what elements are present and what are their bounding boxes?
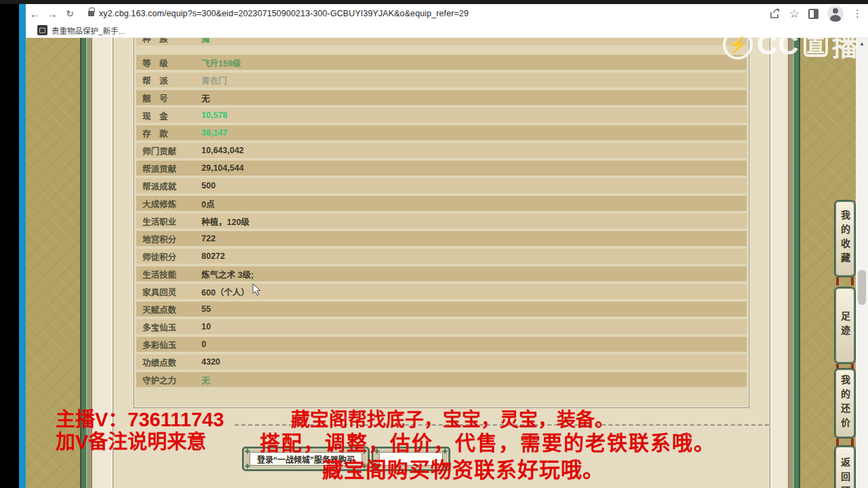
attr-value: 青衣门 bbox=[201, 74, 227, 87]
attr-label: 师徒积分 bbox=[142, 250, 198, 263]
attr-label: 大成修炼 bbox=[142, 197, 198, 210]
browser-menu-icon[interactable]: ⋮ bbox=[852, 7, 863, 20]
sidebar-tab-counteroffers[interactable]: 我的还价 bbox=[835, 369, 855, 438]
attr-label: 生活职业 bbox=[142, 215, 198, 228]
attr-value: 600（个人） bbox=[201, 285, 250, 298]
attr-value: 10 bbox=[201, 322, 211, 331]
table-row: 家具回灵600（个人） bbox=[136, 284, 747, 299]
attr-label: 守护之力 bbox=[142, 373, 198, 386]
overlay-ad-line2: 搭配，调整，估价，代售，需要的老铁联系哦。 bbox=[260, 426, 715, 456]
table-row: 多彩仙玉0 bbox=[136, 337, 747, 352]
attributes-table: 种 族魔等 级飞升159级帮 派青衣门靓 号无现 金10,578存 款38,14… bbox=[134, 38, 749, 408]
table-row: 生活技能炼气之术 3级; bbox=[136, 266, 747, 281]
table-row: 守护之力无 bbox=[136, 372, 747, 387]
attr-label: 等 级 bbox=[142, 56, 198, 69]
cc-logo-icon: ⚡ bbox=[723, 30, 753, 60]
attr-value: 4320 bbox=[201, 357, 220, 367]
table-row: 帮派贡献29,104,544 bbox=[136, 161, 747, 176]
attr-value: 飞升159级 bbox=[201, 56, 241, 69]
attr-label: 生活技能 bbox=[142, 268, 198, 281]
overlay-ad-line3: 藏宝阁购买物资联系好玩哦。 bbox=[322, 453, 604, 483]
attr-label: 存 款 bbox=[142, 127, 198, 140]
stream-edge-stripe bbox=[19, 4, 26, 488]
attr-label: 功绩点数 bbox=[142, 356, 198, 369]
attr-label: 师门贡献 bbox=[142, 144, 198, 157]
table-row: 师徒积分80272 bbox=[136, 249, 747, 264]
attr-label: 种 族 bbox=[142, 38, 198, 45]
table-row: 帮 派青衣门 bbox=[136, 73, 747, 87]
table-row: 靓 号无 bbox=[136, 90, 747, 105]
cc-text: CC bbox=[757, 28, 800, 61]
table-row: 存 款38,147 bbox=[136, 125, 747, 140]
attr-label: 多彩仙玉 bbox=[142, 338, 198, 351]
attr-label: 现 金 bbox=[142, 109, 198, 122]
attr-value: 722 bbox=[201, 234, 216, 243]
sidebar-tab-footprints[interactable]: 足迹 bbox=[835, 287, 855, 363]
bookmark-star-icon[interactable]: ☆ bbox=[789, 7, 800, 21]
share-icon[interactable] bbox=[770, 8, 781, 19]
side-panel-icon[interactable] bbox=[808, 9, 818, 19]
attr-label: 家具回灵 bbox=[142, 285, 198, 298]
table-row: 现 金10,578 bbox=[136, 108, 747, 123]
attr-value: 0点 bbox=[201, 197, 214, 210]
attr-label: 帮 派 bbox=[142, 74, 198, 87]
table-row: 天赋点数55 bbox=[136, 302, 747, 317]
attr-label: 多宝仙玉 bbox=[142, 321, 198, 333]
attr-value: 炼气之术 3级; bbox=[201, 268, 254, 281]
attr-label: 地宫积分 bbox=[142, 232, 198, 245]
table-row: 地宫积分722 bbox=[136, 231, 747, 246]
table-row: 生活职业种植，120级 bbox=[136, 214, 747, 228]
cc-bo-text: 播 bbox=[832, 26, 858, 63]
lock-icon bbox=[88, 11, 94, 16]
attr-value: 80272 bbox=[201, 251, 225, 261]
attr-value: 0 bbox=[201, 340, 206, 349]
attr-value: 500 bbox=[201, 181, 216, 190]
overlay-contact-note: 加V备注说明来意 bbox=[56, 426, 206, 454]
attr-value: 29,104,544 bbox=[201, 163, 244, 173]
attr-value: 38,147 bbox=[201, 128, 227, 138]
table-row: 大成修炼0点 bbox=[136, 196, 747, 211]
table-row: 帮派成就500 bbox=[136, 178, 747, 193]
attr-value: 10,578 bbox=[201, 110, 227, 120]
reload-icon[interactable]: ↻ bbox=[61, 8, 79, 19]
attr-value: 无 bbox=[201, 373, 210, 386]
cc-live-watermark: ⚡ CC 直 播 bbox=[723, 26, 858, 63]
attr-label: 靓 号 bbox=[142, 92, 198, 104]
attr-label: 帮派贡献 bbox=[142, 162, 198, 175]
page-scrollbar[interactable]: ▲ bbox=[856, 38, 868, 488]
table-row: 等 级飞升159级 bbox=[136, 55, 747, 70]
table-row: 种 族魔 bbox=[136, 38, 747, 45]
attr-value: 10,643,042 bbox=[201, 146, 244, 155]
tab-connector-ornament bbox=[836, 277, 854, 285]
attr-value: 55 bbox=[201, 304, 211, 314]
table-row: 师门贡献10,643,042 bbox=[136, 143, 747, 158]
attr-label: 天赋点数 bbox=[142, 303, 198, 316]
url-bar[interactable]: xy2.cbg.163.com/equip?s=300&eid=20230715… bbox=[99, 9, 469, 18]
sidebar-tab-favorites[interactable]: 我的收藏 bbox=[835, 201, 855, 277]
profile-avatar[interactable] bbox=[827, 5, 844, 22]
table-row: 功绩点数4320 bbox=[136, 354, 747, 369]
attr-value: 种植，120级 bbox=[201, 215, 250, 228]
bookmark-favicon bbox=[37, 25, 47, 35]
attr-label: 帮派成就 bbox=[142, 180, 198, 192]
forward-icon[interactable]: → bbox=[43, 8, 61, 20]
table-row: 多宝仙玉10 bbox=[136, 319, 747, 334]
attr-value: 魔 bbox=[201, 38, 210, 45]
bookmark-item[interactable]: 贵重物品保护_新手... bbox=[52, 25, 125, 36]
sidebar-tab-back-to-top[interactable]: 返回顶部 bbox=[835, 446, 855, 488]
cc-zhi-box: 直 bbox=[804, 33, 828, 57]
toolbar-right: ☆ ⋮ bbox=[770, 5, 868, 22]
scrollbar-thumb[interactable] bbox=[858, 270, 866, 305]
mouse-cursor bbox=[252, 283, 262, 300]
browser-toolbar: ← → ↻ xy2.cbg.163.com/equip?s=300&eid=20… bbox=[26, 4, 868, 23]
attr-value: 无 bbox=[201, 92, 210, 104]
back-icon[interactable]: ← bbox=[26, 8, 43, 20]
